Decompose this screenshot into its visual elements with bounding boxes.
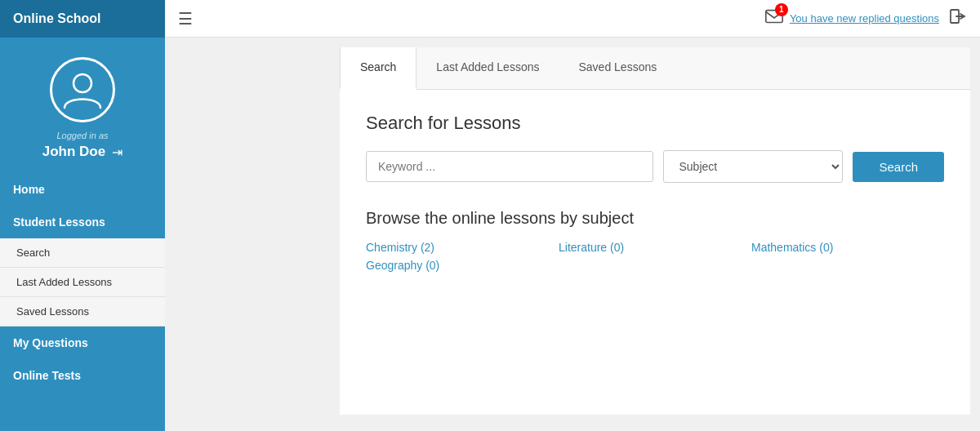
user-name-row: John Doe ⇥ bbox=[42, 144, 122, 160]
header: ☰ 1 You have new replied questions bbox=[165, 0, 980, 38]
sidebar-item-saved-lessons[interactable]: Saved Lessons bbox=[0, 297, 165, 327]
subject-link-literature[interactable]: Literature (0) bbox=[559, 241, 751, 254]
sidebar-item-home[interactable]: Home bbox=[0, 173, 165, 206]
subject-link-mathematics[interactable]: Mathematics (0) bbox=[751, 241, 944, 254]
user-name: John Doe bbox=[42, 144, 105, 160]
subjects-grid: Chemistry (2) Literature (0) Mathematics… bbox=[366, 241, 944, 272]
sidebar-item-search[interactable]: Search bbox=[0, 238, 165, 268]
tabs-row: Search Last Added Lessons Saved Lessons bbox=[340, 47, 970, 90]
sidebar: Online School Logged in as John Doe ⇥ Ho… bbox=[0, 0, 165, 431]
user-profile-section: Logged in as John Doe ⇥ bbox=[0, 38, 165, 173]
tab-last-added[interactable]: Last Added Lessons bbox=[416, 47, 559, 89]
browse-title: Browse the online lessons by subject bbox=[366, 209, 944, 228]
tab-search[interactable]: Search bbox=[340, 47, 416, 90]
search-for-lessons-title: Search for Lessons bbox=[366, 113, 944, 134]
tab-saved-lessons[interactable]: Saved Lessons bbox=[559, 47, 676, 89]
search-button[interactable]: Search bbox=[853, 152, 944, 182]
header-logout-icon[interactable] bbox=[949, 7, 967, 29]
notification-text[interactable]: You have new replied questions bbox=[790, 12, 939, 24]
main-content: Search Last Added Lessons Saved Lessons … bbox=[330, 38, 980, 431]
content-area: Search Last Added Lessons Saved Lessons … bbox=[340, 47, 970, 415]
avatar bbox=[50, 57, 115, 122]
sidebar-item-student-lessons[interactable]: Student Lessons bbox=[0, 206, 165, 238]
sidebar-item-online-tests[interactable]: Online Tests bbox=[0, 359, 165, 392]
subject-select[interactable]: Subject Chemistry Literature Mathematics… bbox=[663, 150, 843, 183]
notification-area[interactable]: 1 You have new replied questions bbox=[764, 7, 939, 31]
logged-in-label: Logged in as bbox=[57, 131, 109, 140]
keyword-input[interactable] bbox=[366, 151, 653, 182]
sidebar-item-last-added[interactable]: Last Added Lessons bbox=[0, 268, 165, 297]
notification-badge: 1 bbox=[775, 3, 788, 16]
hamburger-icon[interactable]: ☰ bbox=[178, 9, 193, 29]
content-body: Search for Lessons Subject Chemistry Lit… bbox=[340, 90, 970, 295]
sidebar-item-my-questions[interactable]: My Questions bbox=[0, 327, 165, 359]
search-form: Subject Chemistry Literature Mathematics… bbox=[366, 150, 944, 183]
app-title: Online School bbox=[0, 0, 165, 38]
header-right: 1 You have new replied questions bbox=[764, 7, 967, 31]
svg-point-0 bbox=[74, 74, 91, 92]
subject-link-geography[interactable]: Geography (0) bbox=[366, 259, 559, 272]
notification-badge-container: 1 bbox=[764, 7, 785, 31]
sidebar-logout-icon[interactable]: ⇥ bbox=[112, 144, 122, 160]
subject-link-chemistry[interactable]: Chemistry (2) bbox=[366, 241, 559, 254]
